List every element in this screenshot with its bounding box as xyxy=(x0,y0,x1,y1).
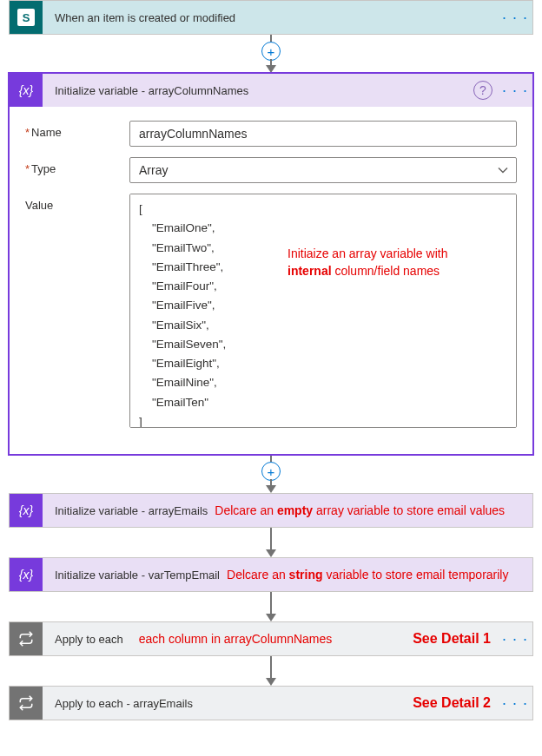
connector xyxy=(0,656,542,686)
apply-to-each-columns-step[interactable]: Apply to each each column in arrayColumn… xyxy=(9,621,533,656)
help-button[interactable]: ? xyxy=(473,81,492,100)
see-detail-2: See Detail 2 xyxy=(413,695,491,711)
loop2-header[interactable]: Apply to each - arrayEmails See Detail 2… xyxy=(10,687,532,720)
init-vte-title-wrap: Initialize variable - varTempEmail Delca… xyxy=(43,568,532,582)
init-acn-header[interactable]: Initialize variable - arrayColumnNames ?… xyxy=(10,74,532,107)
annotation-init-acn: Initiaize an array variable with interna… xyxy=(288,246,487,279)
loop-icon xyxy=(10,687,43,720)
variable-icon xyxy=(10,494,43,527)
init-ae-title-wrap: Initialize variable - arrayEmails Delcar… xyxy=(43,503,532,517)
name-input[interactable] xyxy=(129,121,517,147)
variable-icon xyxy=(10,74,43,107)
annotation-init-vte: Delcare an string variable to store emai… xyxy=(227,568,508,582)
init-vte-title: Initialize variable - varTempEmail xyxy=(55,569,220,582)
init-ae-header[interactable]: Initialize variable - arrayEmails Delcar… xyxy=(10,494,532,527)
see-detail-1: See Detail 1 xyxy=(413,631,491,647)
loop1-title-wrap: Apply to each each column in arrayColumn… xyxy=(43,631,498,647)
loop2-menu-dots[interactable]: · · · xyxy=(498,694,532,713)
init-arrayemails-step[interactable]: Initialize variable - arrayEmails Delcar… xyxy=(9,493,533,528)
sharepoint-icon xyxy=(10,1,43,34)
trigger-menu-dots[interactable]: · · · xyxy=(498,9,532,27)
variable-icon xyxy=(10,558,43,591)
add-step-button[interactable]: + xyxy=(261,462,281,481)
loop1-menu-dots[interactable]: · · · xyxy=(498,630,532,648)
connector xyxy=(0,528,542,557)
flow-canvas: When an item is created or modified · · … xyxy=(0,0,542,720)
init-acn-menu-dots[interactable]: · · · xyxy=(498,82,532,100)
type-label: *Type xyxy=(25,157,129,175)
loop1-title: Apply to each xyxy=(55,633,123,646)
init-arraycolumnnames-step[interactable]: Initialize variable - arrayColumnNames ?… xyxy=(9,73,533,455)
trigger-header[interactable]: When an item is created or modified · · … xyxy=(10,1,532,34)
type-select[interactable] xyxy=(129,157,517,183)
annotation-init-ae: Delcare an empty array variable to store… xyxy=(215,503,505,517)
loop2-title-wrap: Apply to each - arrayEmails See Detail 2 xyxy=(43,695,498,711)
trigger-step[interactable]: When an item is created or modified · · … xyxy=(9,0,533,35)
name-label: *Name xyxy=(25,121,129,139)
init-acn-title: Initialize variable - arrayColumnNames xyxy=(43,84,473,97)
value-label: Value xyxy=(25,194,129,212)
add-step-button[interactable]: + xyxy=(261,42,281,61)
init-vte-header[interactable]: Initialize variable - varTempEmail Delca… xyxy=(10,558,532,591)
init-acn-body: *Name *Type Value [ "EmailOne", "EmailTw… xyxy=(10,107,532,454)
connector xyxy=(0,592,542,621)
loop-icon xyxy=(10,622,43,655)
loop2-title: Apply to each - arrayEmails xyxy=(55,697,193,710)
loop1-header[interactable]: Apply to each each column in arrayColumn… xyxy=(10,622,532,655)
connector: + xyxy=(0,455,542,493)
value-textarea[interactable]: [ "EmailOne", "EmailTwo", "EmailThree", … xyxy=(129,194,517,428)
annotation-loop1: each column in arrayColumnNames xyxy=(139,632,333,646)
trigger-title: When an item is created or modified xyxy=(43,11,498,24)
init-vartempemail-step[interactable]: Initialize variable - varTempEmail Delca… xyxy=(9,557,533,592)
init-ae-title: Initialize variable - arrayEmails xyxy=(55,504,208,517)
apply-to-each-arrayemails-step[interactable]: Apply to each - arrayEmails See Detail 2… xyxy=(9,686,533,720)
connector: + xyxy=(0,35,542,73)
